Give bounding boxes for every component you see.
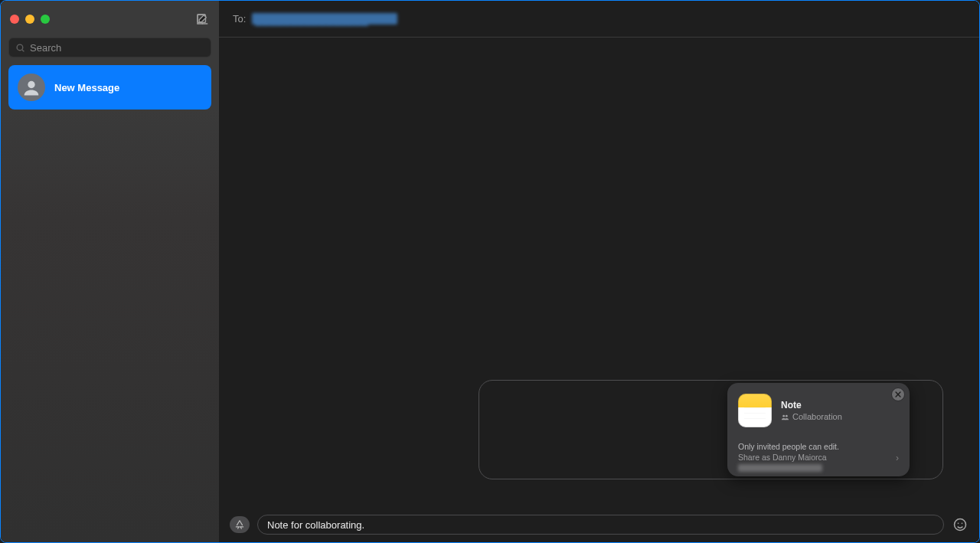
to-bar: To: ████████████████ bbox=[219, 1, 979, 38]
sidebar: Search New Message bbox=[1, 1, 219, 542]
svg-point-7 bbox=[782, 414, 785, 417]
search-icon bbox=[15, 43, 25, 53]
people-icon bbox=[781, 413, 789, 421]
emoji-icon bbox=[952, 517, 968, 532]
chevron-right-icon: › bbox=[896, 452, 899, 464]
emoji-button[interactable] bbox=[952, 516, 969, 533]
svg-point-9 bbox=[955, 519, 966, 531]
minimize-window-button[interactable] bbox=[25, 15, 34, 24]
search-input[interactable]: Search bbox=[8, 38, 211, 57]
share-card-body[interactable]: Only invited people can edit. Share as D… bbox=[738, 441, 899, 475]
main-panel: To: ████████████████ Note Collaboration … bbox=[219, 1, 979, 542]
svg-point-10 bbox=[958, 523, 959, 525]
search-placeholder: Search bbox=[30, 42, 61, 54]
appstore-icon bbox=[234, 519, 245, 530]
conversation-item[interactable]: New Message bbox=[8, 65, 211, 110]
share-as-redacted bbox=[738, 464, 822, 472]
close-icon bbox=[894, 391, 902, 398]
message-input[interactable]: Note for collaborating. bbox=[257, 515, 944, 535]
notes-app-icon bbox=[738, 394, 772, 427]
share-card[interactable]: Note Collaboration Only invited people c… bbox=[727, 383, 910, 476]
zoom-window-button[interactable] bbox=[41, 15, 50, 24]
share-card-title: Note bbox=[781, 400, 842, 411]
share-card-subtitle: Collaboration bbox=[781, 412, 842, 421]
window-controls bbox=[10, 15, 50, 24]
apps-button[interactable] bbox=[230, 516, 250, 533]
close-window-button[interactable] bbox=[10, 15, 19, 24]
svg-point-4 bbox=[28, 81, 34, 88]
share-as-text: Share as Danny Maiorca bbox=[738, 452, 899, 463]
svg-point-8 bbox=[786, 414, 788, 417]
compose-icon bbox=[195, 12, 209, 26]
message-thread: Note Collaboration Only invited people c… bbox=[219, 38, 979, 509]
share-card-header: Note Collaboration bbox=[738, 394, 899, 427]
svg-point-2 bbox=[17, 44, 23, 51]
compose-button[interactable] bbox=[194, 11, 210, 27]
conversation-title: New Message bbox=[54, 82, 119, 93]
svg-line-3 bbox=[22, 50, 24, 51]
svg-point-11 bbox=[962, 523, 963, 525]
share-permission-text: Only invited people can edit. bbox=[738, 441, 899, 452]
avatar bbox=[18, 74, 45, 101]
person-icon bbox=[21, 77, 42, 98]
conversation-list: New Message bbox=[1, 65, 219, 110]
message-input-text: Note for collaborating. bbox=[267, 519, 364, 531]
close-share-card-button[interactable] bbox=[891, 388, 905, 401]
titlebar bbox=[1, 1, 219, 38]
to-label: To: bbox=[233, 13, 246, 25]
search-container: Search bbox=[1, 38, 219, 65]
share-card-subtitle-text: Collaboration bbox=[792, 412, 842, 421]
compose-row: Note for collaborating. bbox=[219, 509, 979, 542]
to-recipient-redacted[interactable]: ████████████████ bbox=[252, 13, 397, 25]
